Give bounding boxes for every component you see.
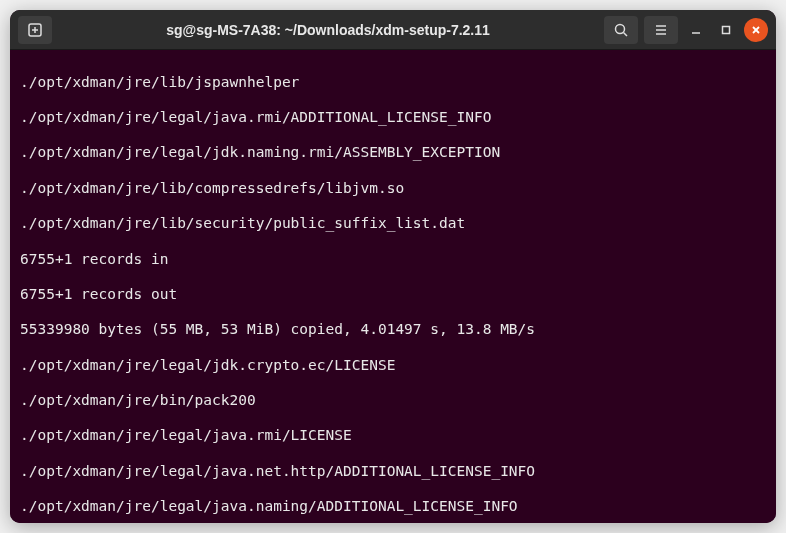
new-tab-icon (27, 22, 43, 38)
window-title: sg@sg-MS-7A38: ~/Downloads/xdm-setup-7.2… (58, 22, 598, 38)
output-line: 55339980 bytes (55 MB, 53 MiB) copied, 4… (20, 321, 766, 339)
svg-point-3 (616, 24, 625, 33)
output-line: ./opt/xdman/jre/legal/jdk.naming.rmi/ASS… (20, 144, 766, 162)
output-line: ./opt/xdman/jre/legal/jdk.crypto.ec/LICE… (20, 357, 766, 375)
titlebar: sg@sg-MS-7A38: ~/Downloads/xdm-setup-7.2… (10, 10, 776, 50)
svg-line-4 (624, 32, 628, 36)
output-line: ./opt/xdman/jre/lib/security/public_suff… (20, 215, 766, 233)
close-button[interactable] (744, 18, 768, 42)
output-line: ./opt/xdman/jre/legal/java.net.http/ADDI… (20, 463, 766, 481)
maximize-button[interactable] (714, 18, 738, 42)
minimize-icon (690, 24, 702, 36)
titlebar-right (604, 16, 768, 44)
output-line: ./opt/xdman/jre/lib/compressedrefs/libjv… (20, 180, 766, 198)
search-button[interactable] (604, 16, 638, 44)
svg-rect-9 (723, 26, 730, 33)
output-line: ./opt/xdman/jre/lib/jspawnhelper (20, 74, 766, 92)
menu-button[interactable] (644, 16, 678, 44)
output-line: 6755+1 records out (20, 286, 766, 304)
terminal-body[interactable]: ./opt/xdman/jre/lib/jspawnhelper ./opt/x… (10, 50, 776, 523)
terminal-window: sg@sg-MS-7A38: ~/Downloads/xdm-setup-7.2… (10, 10, 776, 523)
hamburger-icon (653, 22, 669, 38)
output-line: ./opt/xdman/jre/legal/java.naming/ADDITI… (20, 498, 766, 516)
output-line: ./opt/xdman/jre/bin/pack200 (20, 392, 766, 410)
search-icon (613, 22, 629, 38)
maximize-icon (720, 24, 732, 36)
output-line: ./opt/xdman/jre/legal/java.rmi/ADDITIONA… (20, 109, 766, 127)
close-icon (750, 24, 762, 36)
output-line: ./opt/xdman/jre/legal/java.rmi/LICENSE (20, 427, 766, 445)
output-line: 6755+1 records in (20, 251, 766, 269)
new-tab-button[interactable] (18, 16, 52, 44)
minimize-button[interactable] (684, 18, 708, 42)
